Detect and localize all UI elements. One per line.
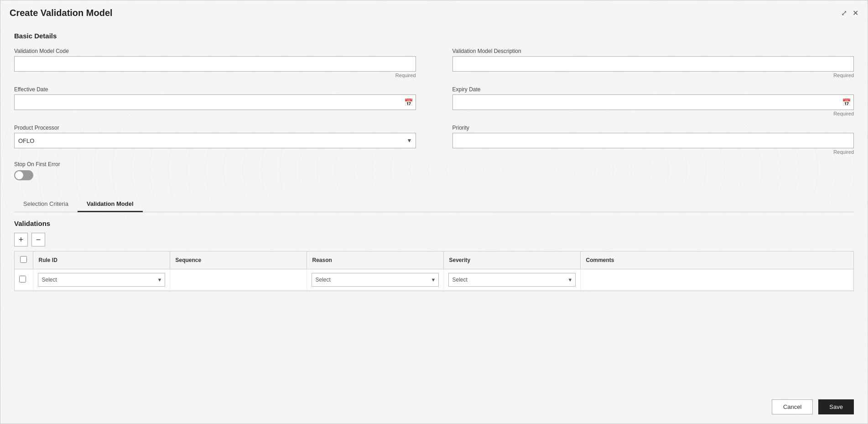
table-header-rule-id: Rule ID bbox=[33, 251, 170, 269]
row-severity-cell: Select ▼ bbox=[443, 269, 580, 291]
row-sequence-cell bbox=[170, 269, 307, 291]
basic-details-title: Basic Details bbox=[14, 32, 854, 40]
validations-table: Rule ID Sequence Reason Severity Comment bbox=[15, 251, 853, 291]
effective-date-calendar-icon[interactable]: 📅 bbox=[404, 98, 413, 107]
row-comments-cell bbox=[580, 269, 853, 291]
expiry-date-group: Expiry Date 📅 Required bbox=[452, 86, 854, 116]
row-rule-id-cell: Select ▼ bbox=[33, 269, 170, 291]
effective-date-input-wrapper: September 30, 2020 📅 bbox=[14, 94, 416, 110]
expiry-date-input[interactable] bbox=[452, 94, 854, 110]
stop-on-first-error-toggle[interactable] bbox=[14, 170, 33, 180]
table-header-row: Rule ID Sequence Reason Severity Comment bbox=[15, 251, 853, 269]
expiry-date-label: Expiry Date bbox=[452, 86, 854, 93]
validations-title: Validations bbox=[14, 220, 854, 227]
product-processor-label: Product Processor bbox=[14, 125, 416, 131]
validation-model-code-required: Required bbox=[14, 73, 416, 78]
sequence-input[interactable] bbox=[175, 277, 302, 283]
action-buttons: + − bbox=[14, 233, 854, 246]
form-grid: Validation Model Code Required Validatio… bbox=[14, 48, 854, 155]
tab-selection-criteria[interactable]: Selection Criteria bbox=[14, 196, 78, 212]
validation-model-description-label: Validation Model Description bbox=[452, 48, 854, 54]
validations-section: Validations + − Rule ID Sequence bbox=[0, 212, 868, 298]
validations-table-container: Rule ID Sequence Reason Severity Comment bbox=[14, 251, 854, 291]
severity-select[interactable]: Select bbox=[448, 273, 576, 287]
expiry-date-calendar-icon[interactable]: 📅 bbox=[842, 98, 851, 107]
expiry-date-required: Required bbox=[452, 111, 854, 116]
create-validation-modal: Create Validation Model ⤢ ✕ Basic Detail… bbox=[0, 0, 868, 424]
tabs-section: Selection Criteria Validation Model bbox=[0, 187, 868, 212]
priority-group: Priority Required bbox=[452, 125, 854, 155]
remove-row-button[interactable]: − bbox=[31, 233, 45, 246]
modal-title: Create Validation Model bbox=[10, 8, 113, 18]
validation-model-description-required: Required bbox=[452, 73, 854, 78]
product-processor-select[interactable]: OFLO Option2 bbox=[14, 133, 416, 148]
modal-footer: Cancel Save bbox=[772, 399, 854, 414]
rule-id-select-wrapper: Select ▼ bbox=[38, 273, 165, 287]
reason-select[interactable]: Select bbox=[312, 273, 439, 287]
row-reason-cell: Select ▼ bbox=[307, 269, 443, 291]
save-button[interactable]: Save bbox=[818, 399, 854, 414]
tabs-bar: Selection Criteria Validation Model bbox=[14, 196, 854, 212]
validation-model-code-input[interactable] bbox=[14, 56, 416, 72]
rule-id-select[interactable]: Select bbox=[38, 273, 165, 287]
cancel-button[interactable]: Cancel bbox=[772, 399, 813, 414]
row-checkbox[interactable] bbox=[19, 276, 26, 283]
stop-on-first-error-section: Stop On First Error bbox=[14, 161, 854, 182]
basic-details-section: Basic Details Validation Model Code Requ… bbox=[0, 23, 868, 187]
effective-date-group: Effective Date September 30, 2020 📅 bbox=[14, 86, 416, 116]
table-header-sequence: Sequence bbox=[170, 251, 307, 269]
table-row: Select ▼ Select bbox=[15, 269, 853, 291]
row-checkbox-cell bbox=[15, 269, 33, 291]
select-all-checkbox[interactable] bbox=[20, 256, 27, 263]
severity-select-wrapper: Select ▼ bbox=[448, 273, 576, 287]
priority-label: Priority bbox=[452, 125, 854, 131]
header-icons: ⤢ ✕ bbox=[841, 9, 858, 17]
validation-model-description-input[interactable] bbox=[452, 56, 854, 72]
expiry-date-input-wrapper: 📅 bbox=[452, 94, 854, 110]
table-header-reason: Reason bbox=[307, 251, 443, 269]
priority-input[interactable] bbox=[452, 133, 854, 148]
add-row-button[interactable]: + bbox=[14, 233, 28, 246]
table-header-comments: Comments bbox=[580, 251, 853, 269]
priority-required: Required bbox=[452, 149, 854, 155]
table-header-checkbox bbox=[15, 251, 33, 269]
stop-on-first-error-label: Stop On First Error bbox=[14, 161, 854, 168]
comments-input[interactable] bbox=[585, 277, 849, 283]
effective-date-input[interactable]: September 30, 2020 bbox=[14, 94, 416, 110]
table-header-severity: Severity bbox=[443, 251, 580, 269]
validation-model-description-group: Validation Model Description Required bbox=[452, 48, 854, 78]
expand-icon[interactable]: ⤢ bbox=[841, 9, 847, 17]
close-icon[interactable]: ✕ bbox=[852, 9, 858, 17]
reason-select-wrapper: Select ▼ bbox=[312, 273, 439, 287]
validation-model-code-label: Validation Model Code bbox=[14, 48, 416, 54]
product-processor-group: Product Processor OFLO Option2 ▼ bbox=[14, 125, 416, 155]
tab-validation-model[interactable]: Validation Model bbox=[78, 196, 143, 212]
effective-date-label: Effective Date bbox=[14, 86, 416, 93]
product-processor-select-wrapper: OFLO Option2 ▼ bbox=[14, 133, 416, 148]
validation-model-code-group: Validation Model Code Required bbox=[14, 48, 416, 78]
modal-header: Create Validation Model ⤢ ✕ bbox=[0, 0, 868, 23]
